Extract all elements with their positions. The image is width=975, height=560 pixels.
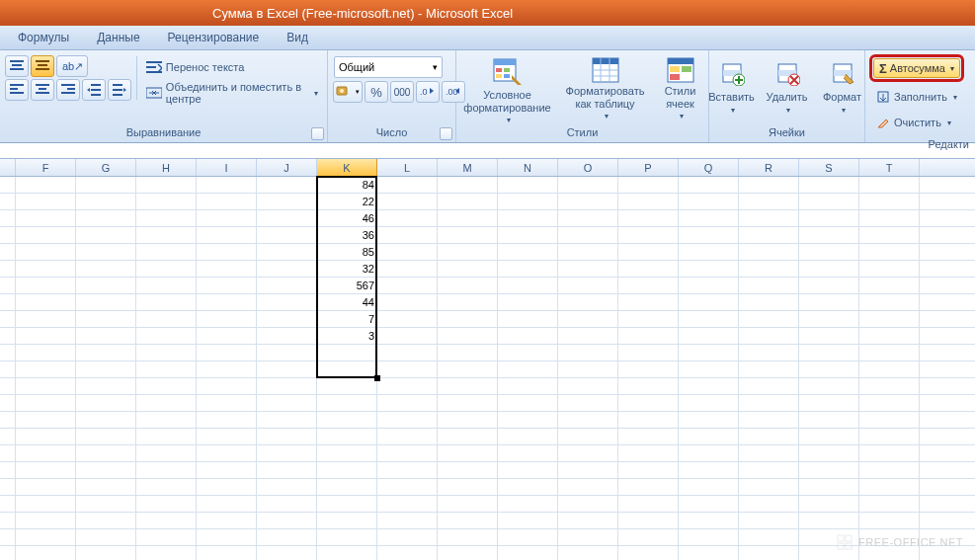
cell[interactable]: [799, 345, 859, 360]
cell[interactable]: [679, 177, 739, 193]
cell[interactable]: [618, 445, 679, 461]
cell[interactable]: [76, 479, 136, 495]
col-header-S[interactable]: S: [799, 159, 859, 176]
percent-button[interactable]: %: [365, 81, 388, 103]
cell[interactable]: [257, 496, 317, 512]
cell[interactable]: [558, 496, 618, 512]
cell[interactable]: [16, 378, 76, 394]
cell[interactable]: [317, 345, 377, 360]
cell[interactable]: [799, 429, 859, 444]
cell[interactable]: [197, 244, 257, 260]
cell[interactable]: 84: [317, 177, 377, 193]
cell[interactable]: [618, 529, 679, 545]
cell[interactable]: [377, 378, 438, 394]
cell[interactable]: [16, 412, 76, 428]
cell[interactable]: 3: [317, 328, 377, 344]
cell[interactable]: 22: [317, 194, 377, 209]
cell[interactable]: [136, 395, 197, 411]
cell[interactable]: [558, 462, 618, 478]
cell[interactable]: [377, 546, 438, 560]
cell[interactable]: [618, 328, 679, 344]
cell[interactable]: [377, 294, 438, 310]
cell[interactable]: [498, 194, 558, 209]
cell[interactable]: [76, 294, 136, 310]
cell[interactable]: [16, 311, 76, 327]
cell[interactable]: [679, 311, 739, 327]
cell[interactable]: [799, 311, 859, 327]
cell[interactable]: [679, 261, 739, 277]
cell[interactable]: [438, 244, 498, 260]
cell[interactable]: [799, 227, 859, 243]
align-left-button[interactable]: [5, 79, 29, 101]
cell[interactable]: [498, 546, 558, 560]
cell[interactable]: [859, 278, 920, 293]
cell[interactable]: [317, 513, 377, 528]
cell[interactable]: [197, 294, 257, 310]
cell[interactable]: [558, 513, 618, 528]
cell[interactable]: [679, 294, 739, 310]
cell[interactable]: [76, 513, 136, 528]
cell[interactable]: [679, 445, 739, 461]
cell[interactable]: [859, 513, 920, 528]
cell[interactable]: [739, 513, 799, 528]
cell[interactable]: [76, 546, 136, 560]
autosum-button[interactable]: Σ Автосумма ▾: [873, 58, 960, 78]
cell[interactable]: [679, 462, 739, 478]
col-header-O[interactable]: O: [558, 159, 618, 176]
cell[interactable]: [136, 546, 197, 560]
cell[interactable]: [317, 412, 377, 428]
cell[interactable]: [618, 227, 679, 243]
cell[interactable]: [317, 529, 377, 545]
cell[interactable]: [16, 210, 76, 226]
cell[interactable]: [859, 244, 920, 260]
cell[interactable]: [257, 378, 317, 394]
col-header-T[interactable]: T: [859, 159, 920, 176]
cell[interactable]: [257, 345, 317, 360]
insert-button[interactable]: Вставить▾: [705, 54, 759, 121]
cell[interactable]: [859, 378, 920, 394]
cell[interactable]: [377, 328, 438, 344]
cell[interactable]: [257, 294, 317, 310]
cell[interactable]: [859, 194, 920, 209]
cell[interactable]: [859, 429, 920, 444]
cell[interactable]: [136, 294, 197, 310]
cell[interactable]: [16, 395, 76, 411]
cell[interactable]: [618, 210, 679, 226]
cell[interactable]: [317, 395, 377, 411]
format-button[interactable]: Формат▾: [816, 54, 869, 121]
tab-review[interactable]: Рецензирование: [154, 27, 274, 48]
cell[interactable]: [859, 210, 920, 226]
cell[interactable]: [498, 177, 558, 193]
cell[interactable]: [197, 412, 257, 428]
col-header-J[interactable]: J: [257, 159, 317, 176]
cell[interactable]: [438, 194, 498, 209]
cell[interactable]: [136, 513, 197, 528]
cell[interactable]: [859, 445, 920, 461]
cell[interactable]: [438, 429, 498, 444]
cell[interactable]: [16, 529, 76, 545]
cell[interactable]: [498, 244, 558, 260]
cell[interactable]: [257, 328, 317, 344]
cell[interactable]: [679, 546, 739, 560]
cell-styles-button[interactable]: Стили ячеек▾: [654, 54, 707, 121]
conditional-formatting-button[interactable]: Условное форматирование▾: [458, 54, 557, 121]
cell[interactable]: [799, 261, 859, 277]
cell[interactable]: [558, 227, 618, 243]
cell[interactable]: [257, 261, 317, 277]
cell[interactable]: [197, 378, 257, 394]
tab-formulas[interactable]: Формулы: [4, 27, 83, 48]
cell[interactable]: [438, 479, 498, 495]
cell[interactable]: [558, 294, 618, 310]
cell[interactable]: [16, 278, 76, 293]
cell[interactable]: [257, 479, 317, 495]
cell[interactable]: [76, 345, 136, 360]
cell[interactable]: [16, 177, 76, 193]
cell[interactable]: [438, 361, 498, 377]
cell[interactable]: [257, 361, 317, 377]
cell[interactable]: [799, 177, 859, 193]
cell[interactable]: [498, 345, 558, 360]
cell[interactable]: [197, 194, 257, 209]
cell[interactable]: [498, 429, 558, 444]
cell[interactable]: [76, 378, 136, 394]
cell[interactable]: [197, 210, 257, 226]
